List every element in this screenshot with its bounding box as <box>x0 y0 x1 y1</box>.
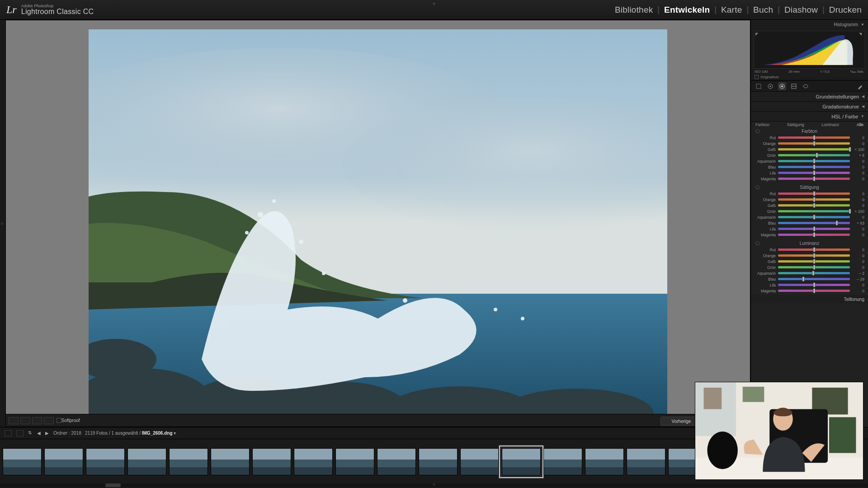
module-library[interactable]: Bibliothek <box>615 5 653 15</box>
module-slideshow[interactable]: Diashow <box>784 5 818 15</box>
histogram-title: Histogramm <box>834 22 858 27</box>
slider-track[interactable] <box>778 290 850 292</box>
slider-track[interactable] <box>778 228 850 230</box>
splittoning-header[interactable]: Teiltonung <box>751 295 868 303</box>
slider-track[interactable] <box>778 266 850 268</box>
slider-track[interactable] <box>778 198 850 201</box>
module-develop[interactable]: Entwickeln <box>664 5 710 15</box>
basic-panel-header[interactable]: Grundeinstellungen ◀ <box>751 91 868 101</box>
original-photo-row[interactable]: Originalfoto <box>751 74 868 80</box>
hsl-label: HSL / Farbe <box>831 114 858 119</box>
loupe-view-button[interactable] <box>9 417 19 424</box>
slider-lum-yellow: Gelb 0 <box>755 258 864 264</box>
filmstrip-thumb[interactable] <box>252 448 291 475</box>
target-adjust-icon[interactable] <box>755 241 760 245</box>
slider-track[interactable] <box>778 160 850 162</box>
filmstrip-thumb[interactable] <box>585 448 624 475</box>
slider-sat-orange: Orange 0 <box>755 197 864 202</box>
crop-icon[interactable] <box>755 82 763 90</box>
slider-track[interactable] <box>778 142 850 145</box>
chevron-down-icon: ▼ <box>861 23 864 27</box>
target-adjust-icon[interactable] <box>755 129 760 133</box>
tab-sat[interactable]: Sättigung <box>787 122 804 127</box>
sort-icon[interactable]: ⇅ <box>28 430 33 436</box>
slider-track[interactable] <box>778 204 850 206</box>
gradient-icon[interactable] <box>790 82 798 90</box>
slider-label: Gelb <box>755 259 778 264</box>
slider-track[interactable] <box>778 278 850 280</box>
grid-view-icon[interactable] <box>16 430 24 436</box>
slider-label: Magenta <box>755 233 778 237</box>
tab-all[interactable]: Alle <box>857 122 863 127</box>
filmstrip-thumb[interactable] <box>294 448 333 475</box>
slider-track[interactable] <box>778 216 850 218</box>
filmstrip-thumb[interactable] <box>44 448 83 475</box>
before-after-split-button[interactable] <box>44 417 54 424</box>
filmstrip-thumb[interactable] <box>86 448 125 475</box>
breadcrumb[interactable]: Ordner : 2018 2119 Fotos / 1 ausgewählt … <box>53 431 726 436</box>
slider-track[interactable] <box>778 136 850 139</box>
filmstrip-thumb[interactable] <box>627 448 665 475</box>
svg-point-14 <box>322 272 326 275</box>
module-map[interactable]: Karte <box>721 5 742 15</box>
filmstrip-thumb[interactable] <box>543 448 582 475</box>
filmstrip-thumb[interactable] <box>3 448 42 475</box>
nav-back-icon[interactable]: ◀ <box>37 431 41 436</box>
slider-track[interactable] <box>778 249 850 251</box>
slider-track[interactable] <box>778 154 850 156</box>
redeye-icon[interactable] <box>778 82 786 90</box>
slider-label: Rot <box>755 192 778 196</box>
slider-track[interactable] <box>778 234 850 236</box>
histogram[interactable]: ◤ ◥ <box>754 31 865 69</box>
tab-hue[interactable]: Farbton <box>755 122 769 127</box>
highlight-clip-icon[interactable]: ◥ <box>859 32 863 37</box>
filmstrip-thumb[interactable] <box>169 448 208 475</box>
tab-lum[interactable]: Luminanz <box>821 122 839 127</box>
photo-canvas[interactable] <box>6 20 750 427</box>
top-grip-icon[interactable]: ▼ <box>432 1 436 6</box>
slider-track[interactable] <box>778 172 850 174</box>
slider-hue-aqua: Aquamarin 0 <box>755 158 864 164</box>
module-print[interactable]: Drucken <box>829 5 862 15</box>
slider-track[interactable] <box>778 192 850 195</box>
shadow-clip-icon[interactable]: ◤ <box>755 32 760 37</box>
slider-track[interactable] <box>778 222 850 224</box>
chevron-left-icon: ◀ <box>862 94 864 99</box>
brush-icon[interactable] <box>856 82 864 90</box>
slider-label: Orange <box>755 141 778 146</box>
original-checkbox[interactable] <box>755 75 759 79</box>
target-adjust-icon[interactable] <box>755 185 760 189</box>
slider-label: Aquamarin <box>755 215 778 220</box>
svg-rect-29 <box>743 387 764 402</box>
spot-icon[interactable] <box>766 82 774 90</box>
slider-track[interactable] <box>778 284 850 286</box>
slider-track[interactable] <box>778 210 850 212</box>
slider-track[interactable] <box>778 254 850 257</box>
module-book[interactable]: Buch <box>753 5 773 15</box>
hsl-panel-header[interactable]: HSL / Farbe ▼ <box>751 111 868 121</box>
softproof-checkbox[interactable] <box>57 418 61 423</box>
slider-label: Aquamarin <box>755 159 778 164</box>
filmstrip-thumb[interactable] <box>127 448 166 475</box>
slider-track[interactable] <box>778 166 850 168</box>
second-monitor-icon[interactable] <box>5 430 12 436</box>
nav-fwd-icon[interactable]: ▶ <box>45 431 49 436</box>
slider-value: 0 <box>850 227 864 231</box>
slider-track[interactable] <box>778 272 850 274</box>
filmstrip-thumb[interactable] <box>335 448 374 475</box>
slider-track[interactable] <box>778 148 850 150</box>
filmstrip-thumb[interactable] <box>460 448 499 475</box>
slider-track[interactable] <box>778 178 850 180</box>
filmstrip-thumb[interactable] <box>377 448 416 475</box>
radial-icon[interactable] <box>802 82 810 90</box>
before-after-tb-button[interactable] <box>32 417 42 424</box>
filmstrip-thumb[interactable] <box>211 448 250 475</box>
before-after-lr-button[interactable] <box>20 417 30 424</box>
slider-track[interactable] <box>778 260 850 263</box>
left-panel-toggle[interactable]: ▶ <box>0 20 5 427</box>
histogram-header[interactable]: Histogramm ▼ <box>751 20 868 29</box>
filmstrip-thumb[interactable] <box>419 448 458 475</box>
filmstrip-thumb[interactable] <box>502 448 541 475</box>
bottom-grip-icon[interactable]: ▼ <box>432 482 436 487</box>
tonecurve-panel-header[interactable]: Gradationskurve ◀ <box>751 101 868 111</box>
